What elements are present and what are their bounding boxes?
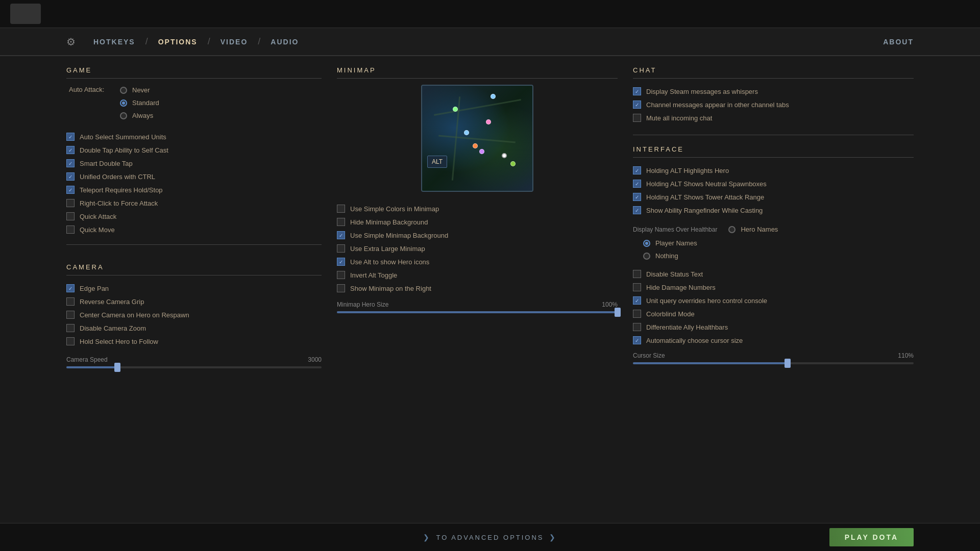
option-minimap-right[interactable]: Show Minimap on the Right — [337, 282, 618, 295]
checkbox-unit-query[interactable] — [633, 296, 641, 305]
checkbox-alt-neutral-spawnboxes[interactable] — [633, 180, 641, 188]
play-dota-button[interactable]: PLAY DOTA — [829, 528, 914, 546]
checkbox-hide-damage[interactable] — [633, 283, 641, 291]
checkbox-center-camera[interactable] — [66, 311, 75, 319]
option-steam-whispers[interactable]: Display Steam messages as whispers — [633, 85, 914, 98]
option-auto-select[interactable]: Auto Select Summoned Units — [66, 130, 322, 143]
option-unit-query[interactable]: Unit query overrides hero control consol… — [633, 294, 914, 307]
camera-speed-track[interactable] — [66, 366, 322, 368]
option-alt-neutral-spawnboxes[interactable]: Holding ALT Shows Neutral Spawnboxes — [633, 177, 914, 190]
cursor-size-label: Cursor Size — [633, 352, 665, 359]
option-alt-hero-icons[interactable]: Use Alt to show Hero icons — [337, 255, 618, 268]
checkbox-teleport-hold[interactable] — [66, 186, 75, 194]
radio-hero-names-row[interactable]: Hero Names — [728, 224, 778, 235]
auto-attack-never-row[interactable]: Never — [120, 85, 159, 95]
option-channel-messages[interactable]: Channel messages appear in other channel… — [633, 98, 914, 111]
nav-audio[interactable]: AUDIO — [264, 34, 305, 50]
nav-sep-3: / — [258, 36, 260, 47]
option-right-click-force[interactable]: Right-Click to Force Attack — [66, 196, 322, 210]
checkbox-simple-colors[interactable] — [337, 205, 345, 213]
checkbox-auto-cursor[interactable] — [633, 336, 641, 344]
cursor-size-track[interactable] — [633, 362, 914, 364]
auto-attack-always-row[interactable]: Always — [120, 110, 159, 121]
option-auto-cursor[interactable]: Automatically choose cursor size — [633, 334, 914, 347]
option-ability-rangefinder[interactable]: Show Ability Rangefinder While Casting — [633, 204, 914, 217]
label-unified-orders: Unified Orders with CTRL — [80, 173, 155, 181]
option-simple-colors[interactable]: Use Simple Colors in Minimap — [337, 202, 618, 215]
checkbox-minimap-right[interactable] — [337, 284, 345, 292]
radio-hero-names[interactable] — [728, 226, 736, 233]
option-colorblind[interactable]: Colorblind Mode — [633, 307, 914, 320]
label-auto-cursor: Automatically choose cursor size — [646, 337, 743, 344]
auto-attack-standard-row[interactable]: Standard — [120, 97, 159, 108]
option-invert-alt[interactable]: Invert Alt Toggle — [337, 268, 618, 282]
option-hold-hero[interactable]: Hold Select Hero to Follow — [66, 335, 322, 348]
option-alt-highlights-hero[interactable]: Holding ALT Highlights Hero — [633, 164, 914, 177]
minimap-hero-size-track[interactable] — [337, 311, 618, 313]
checkbox-double-tap[interactable] — [66, 146, 75, 154]
logo — [10, 4, 41, 24]
checkbox-channel-messages[interactable] — [633, 101, 641, 109]
radio-standard[interactable] — [120, 99, 127, 107]
option-disable-status[interactable]: Disable Status Text — [633, 267, 914, 281]
checkbox-alt-tower-range[interactable] — [633, 193, 641, 201]
checkbox-auto-select[interactable] — [66, 133, 75, 141]
option-hide-damage[interactable]: Hide Damage Numbers — [633, 281, 914, 294]
option-disable-zoom[interactable]: Disable Camera Zoom — [66, 321, 322, 335]
radio-player-names[interactable] — [643, 240, 650, 247]
minimap-hero-size-thumb[interactable] — [615, 308, 621, 317]
checkbox-edge-pan[interactable] — [66, 284, 75, 292]
checkbox-disable-zoom[interactable] — [66, 324, 75, 332]
checkbox-differentiate-ally[interactable] — [633, 323, 641, 331]
option-center-camera[interactable]: Center Camera on Hero on Respawn — [66, 308, 322, 321]
radio-nothing[interactable] — [643, 253, 650, 260]
nav-hotkeys[interactable]: HOTKEYS — [87, 34, 141, 50]
option-alt-tower-range[interactable]: Holding ALT Shows Tower Attack Range — [633, 190, 914, 204]
cursor-size-thumb[interactable] — [785, 359, 791, 368]
checkbox-reverse-camera[interactable] — [66, 297, 75, 306]
advanced-options-button[interactable]: ❯ TO ADVANCED OPTIONS ❯ — [423, 533, 556, 541]
checkbox-colorblind[interactable] — [633, 310, 641, 318]
option-extra-large-minimap[interactable]: Use Extra Large Minimap — [337, 242, 618, 255]
option-differentiate-ally[interactable]: Differentiate Ally Healthbars — [633, 320, 914, 334]
checkbox-alt-hero-icons[interactable] — [337, 258, 345, 266]
checkbox-smart-double-tap[interactable] — [66, 159, 75, 167]
radio-player-names-row[interactable]: Player Names — [643, 238, 914, 248]
option-unified-orders[interactable]: Unified Orders with CTRL — [66, 170, 322, 183]
label-differentiate-ally: Differentiate Ally Healthbars — [646, 323, 728, 331]
option-smart-double-tap[interactable]: Smart Double Tap — [66, 157, 322, 170]
checkbox-mute-chat[interactable] — [633, 114, 641, 122]
checkbox-hide-minimap-bg[interactable] — [337, 218, 345, 226]
radio-nothing-row[interactable]: Nothing — [643, 251, 914, 261]
option-quick-attack[interactable]: Quick Attack — [66, 210, 322, 223]
checkbox-unified-orders[interactable] — [66, 172, 75, 181]
checkbox-right-click-force[interactable] — [66, 199, 75, 207]
option-reverse-camera[interactable]: Reverse Camera Grip — [66, 295, 322, 308]
nav-about[interactable]: ABOUT — [883, 38, 914, 46]
checkbox-steam-whispers[interactable] — [633, 87, 641, 95]
checkbox-ability-rangefinder[interactable] — [633, 206, 641, 214]
radio-always[interactable] — [120, 112, 127, 119]
option-double-tap[interactable]: Double Tap Ability to Self Cast — [66, 143, 322, 157]
nav-video[interactable]: VIDEO — [214, 34, 254, 50]
label-unit-query: Unit query overrides hero control consol… — [646, 297, 767, 305]
minimap-hero-size-fill — [337, 311, 618, 313]
checkbox-extra-large-minimap[interactable] — [337, 244, 345, 253]
checkbox-disable-status[interactable] — [633, 270, 641, 278]
label-mute-chat: Mute all incoming chat — [646, 114, 712, 122]
option-quick-move[interactable]: Quick Move — [66, 223, 322, 236]
checkbox-hold-hero[interactable] — [66, 337, 75, 345]
option-mute-chat[interactable]: Mute all incoming chat — [633, 111, 914, 124]
checkbox-alt-highlights-hero[interactable] — [633, 166, 641, 174]
checkbox-simple-minimap-bg[interactable] — [337, 231, 345, 239]
option-teleport-hold[interactable]: Teleport Requires Hold/Stop — [66, 183, 322, 196]
camera-speed-thumb[interactable] — [114, 363, 120, 372]
radio-never[interactable] — [120, 87, 127, 94]
checkbox-invert-alt[interactable] — [337, 271, 345, 279]
option-simple-minimap-bg[interactable]: Use Simple Minimap Background — [337, 229, 618, 242]
checkbox-quick-move[interactable] — [66, 226, 75, 234]
checkbox-quick-attack[interactable] — [66, 212, 75, 220]
nav-options[interactable]: OPTIONS — [152, 34, 204, 50]
option-edge-pan[interactable]: Edge Pan — [66, 282, 322, 295]
option-hide-minimap-bg[interactable]: Hide Minimap Background — [337, 215, 618, 229]
